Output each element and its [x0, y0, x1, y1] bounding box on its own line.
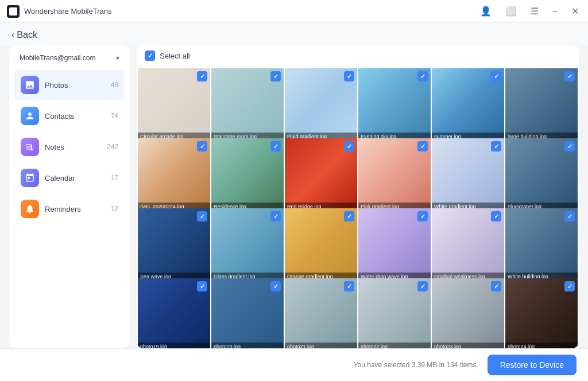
photo-checkbox[interactable]: ✓ [417, 281, 428, 291]
sidebar-item-notes[interactable]: Notes 242 [14, 132, 125, 162]
photo-checkbox[interactable]: ✓ [564, 141, 575, 151]
reminders-label: Reminders [45, 205, 105, 213]
photo-cell[interactable]: ✓photo20.jpg [211, 278, 284, 348]
selection-status: You have selected 3.39 MB in 134 items. [354, 361, 478, 369]
account-email: MobileTrans@gmail.com [20, 54, 95, 62]
photo-checkbox[interactable]: ✓ [270, 141, 281, 151]
menu-button[interactable]: ☰ [528, 3, 541, 19]
select-all-bar: ✓ Select all [137, 45, 579, 67]
photos-count: 48 [111, 81, 118, 89]
photo-checkbox[interactable]: ✓ [197, 211, 207, 221]
photo-label: photo23.jpg [432, 343, 504, 348]
photo-checkbox[interactable]: ✓ [417, 141, 428, 151]
photo-checkbox[interactable]: ✓ [197, 281, 207, 291]
photo-cell[interactable]: ✓Glass gradient.jpg [211, 208, 284, 281]
back-chevron-icon: ‹ [11, 30, 14, 40]
photo-area: ✓ Select all ✓Circular arcade.jpg✓Stairc… [137, 45, 579, 348]
photo-cell[interactable]: ✓Orange gradient.jpg [285, 208, 357, 281]
photos-label: Photos [45, 81, 105, 90]
contacts-label: Contacts [45, 112, 105, 120]
sidebar-item-calendar[interactable]: Calendar 17 [14, 163, 125, 193]
photo-checkbox[interactable]: ✓ [344, 141, 354, 151]
account-button[interactable]: 👤 [478, 3, 494, 19]
photo-cell[interactable]: ✓photo22.jpg [358, 278, 431, 348]
header: ‹ Back [0, 23, 588, 45]
photo-checkbox[interactable]: ✓ [417, 71, 428, 81]
photo-cell[interactable]: ✓Sea wave.jpg [138, 208, 210, 281]
photo-cell[interactable]: ✓Staircase room.jpg [211, 68, 284, 141]
photo-cell[interactable]: ✓Circular arcade.jpg [138, 68, 210, 141]
photo-checkbox[interactable]: ✓ [270, 211, 281, 221]
photo-cell[interactable]: ✓large building.jpg [505, 68, 578, 141]
photo-label: photo22.jpg [358, 343, 431, 348]
calendar-label: Calendar [45, 174, 105, 182]
app-icon [7, 5, 20, 18]
photo-checkbox[interactable]: ✓ [344, 281, 354, 291]
check-icon: ✓ [148, 52, 153, 60]
restore-to-device-button[interactable]: Restore to Device [488, 355, 577, 375]
photo-grid: ✓Circular arcade.jpg✓Staircase room.jpg✓… [137, 67, 579, 348]
contacts-icon [21, 107, 39, 125]
notes-count: 242 [107, 143, 118, 151]
photo-cell[interactable]: ✓photo21.jpg [285, 278, 357, 348]
window-button[interactable]: ⬜ [503, 3, 519, 19]
photo-cell[interactable]: ✓photo24.jpg [505, 278, 578, 348]
photo-cell[interactable]: ✓Gradual weakness.jpg [432, 208, 504, 281]
photo-label: photo21.jpg [285, 343, 357, 348]
photo-label: photo24.jpg [505, 343, 578, 348]
photo-label: photo20.jpg [211, 343, 284, 348]
photo-cell[interactable]: ✓Skyscraper.jpg [505, 138, 578, 211]
account-selector[interactable]: MobileTrans@gmail.com ▾ [14, 49, 125, 67]
select-all-checkbox[interactable]: ✓ [145, 50, 155, 61]
photo-checkbox[interactable]: ✓ [344, 211, 354, 221]
photo-label: photo19.jpg [138, 343, 210, 348]
photo-checkbox[interactable]: ✓ [564, 281, 575, 291]
account-chevron-icon: ▾ [116, 54, 119, 62]
photo-cell[interactable]: ✓summer.jpg [432, 68, 504, 141]
back-button[interactable]: ‹ Back [11, 30, 577, 40]
minimize-button[interactable]: − [550, 4, 560, 19]
photo-cell[interactable]: ✓White gradient.jpg [432, 138, 504, 211]
notes-icon [21, 138, 39, 156]
photo-cell[interactable]: ✓photo23.jpg [432, 278, 504, 348]
photo-checkbox[interactable]: ✓ [344, 71, 354, 81]
select-all-label: Select all [160, 52, 190, 60]
sidebar-item-contacts[interactable]: Contacts 74 [14, 101, 125, 131]
back-label: Back [17, 30, 37, 40]
close-button[interactable]: ✕ [569, 3, 581, 19]
photo-checkbox[interactable]: ✓ [564, 211, 575, 221]
app-title: Wondershare MobileTrans [24, 7, 111, 15]
content-area: MobileTrans@gmail.com ▾ Photos 48 Contac… [0, 45, 588, 348]
sidebar-item-reminders[interactable]: Reminders 12 [14, 194, 125, 224]
photo-cell[interactable]: ✓Evening sky.jpg [358, 68, 431, 141]
photos-icon [21, 76, 39, 94]
photo-checkbox[interactable]: ✓ [491, 71, 501, 81]
titlebar: Wondershare MobileTrans 👤 ⬜ ☰ − ✕ [0, 0, 588, 23]
contacts-count: 74 [111, 112, 118, 120]
notes-label: Notes [45, 143, 101, 151]
calendar-count: 17 [111, 174, 118, 182]
photo-cell[interactable]: ✓Residence.jpg [211, 138, 284, 211]
titlebar-left: Wondershare MobileTrans [7, 5, 111, 18]
titlebar-controls: 👤 ⬜ ☰ − ✕ [478, 3, 581, 19]
photo-checkbox[interactable]: ✓ [491, 281, 501, 291]
photo-checkbox[interactable]: ✓ [270, 281, 281, 291]
photo-cell[interactable]: ✓photo19.jpg [138, 278, 210, 348]
photo-checkbox[interactable]: ✓ [270, 71, 281, 81]
photo-checkbox[interactable]: ✓ [564, 71, 575, 81]
photo-checkbox[interactable]: ✓ [197, 71, 207, 81]
photo-cell[interactable]: ✓IMG_20200224.jpg [138, 138, 210, 211]
photo-cell[interactable]: ✓Fluid gradient.jpg [285, 68, 357, 141]
sidebar-item-photos[interactable]: Photos 48 [14, 70, 125, 100]
sidebar: MobileTrans@gmail.com ▾ Photos 48 Contac… [9, 45, 130, 348]
photo-checkbox[interactable]: ✓ [491, 211, 501, 221]
photo-checkbox[interactable]: ✓ [417, 211, 428, 221]
photo-cell[interactable]: ✓Red Bridge.jpg [285, 138, 357, 211]
calendar-icon [21, 169, 39, 187]
photo-checkbox[interactable]: ✓ [491, 141, 501, 151]
reminders-count: 12 [111, 205, 118, 213]
photo-cell[interactable]: ✓Water drop wave.jpg [358, 208, 431, 281]
photo-cell[interactable]: ✓White building.jpg [505, 208, 578, 281]
photo-checkbox[interactable]: ✓ [197, 141, 207, 151]
photo-cell[interactable]: ✓Pink gradient.jpg [358, 138, 431, 211]
